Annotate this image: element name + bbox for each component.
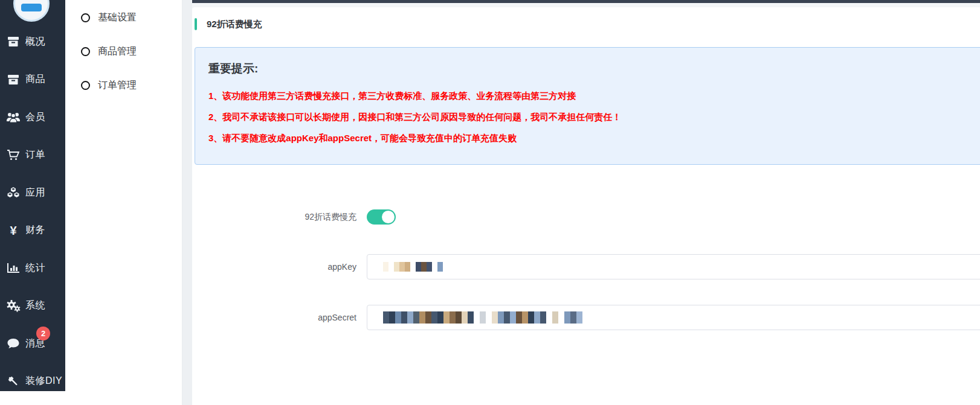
appsecret-label: appSecret <box>195 313 356 322</box>
primary-nav: 概况 商品 会员 订单 <box>0 23 65 391</box>
appkey-input[interactable] <box>367 254 980 279</box>
sidebar-item-label: 财务 <box>25 224 45 237</box>
sidebar-item-apps[interactable]: 应用 <box>0 174 65 212</box>
submenu-item-product-management[interactable]: 商品管理 <box>65 41 182 62</box>
gavel-icon <box>5 375 21 388</box>
card-header: 92折话费慢充 <box>195 16 980 33</box>
sidebar-item-orders[interactable]: 订单 <box>0 136 65 174</box>
message-count-badge: 2 <box>36 327 50 340</box>
sidebar-item-decorate-diy[interactable]: 装修DIY <box>0 363 65 392</box>
yen-icon: ¥ <box>5 224 21 237</box>
appkey-redacted-value <box>383 262 443 272</box>
feature-toggle[interactable] <box>367 209 396 225</box>
page-title: 92折话费慢充 <box>207 19 262 30</box>
sidebar-item-label: 订单 <box>25 148 45 161</box>
sidebar-item-overview[interactable]: 概况 <box>0 23 65 61</box>
sidebar-item-label: 应用 <box>25 187 45 199</box>
important-notice-box: 重要提示: 1、该功能使用第三方话费慢充接口，第三方收费标准、服务政策、业务流程… <box>195 47 980 165</box>
appsecret-input[interactable] <box>367 305 980 330</box>
sidebar-item-label: 概况 <box>25 36 45 48</box>
sidebar-item-products[interactable]: 商品 <box>0 61 65 99</box>
archive-icon <box>5 35 21 48</box>
title-accent-bar <box>195 18 197 30</box>
submenu-item-label: 基础设置 <box>98 11 137 24</box>
admin-app: 概况 商品 会员 订单 <box>0 0 980 405</box>
settings-card: 92折话费慢充 重要提示: 1、该功能使用第三方话费慢充接口，第三方收费标准、服… <box>192 7 980 405</box>
appsecret-row: appSecret <box>195 305 980 330</box>
radio-circle-icon <box>81 47 90 56</box>
main-content: 92折话费慢充 重要提示: 1、该功能使用第三方话费慢充接口，第三方收费标准、服… <box>192 0 980 405</box>
sidebar-item-label: 会员 <box>25 111 45 124</box>
submenu-item-label: 商品管理 <box>98 45 137 58</box>
feature-toggle-row: 92折话费慢充 <box>195 209 980 225</box>
sidebar-item-system[interactable]: 系统 <box>0 287 65 325</box>
gears-icon <box>5 299 21 313</box>
notice-title: 重要提示: <box>208 61 977 77</box>
sidebar-item-label: 系统 <box>25 299 45 312</box>
submenu-item-label: 订单管理 <box>98 79 137 92</box>
users-icon <box>5 110 21 124</box>
sidebar-item-label: 统计 <box>25 262 45 275</box>
sidebar-item-label: 商品 <box>25 73 45 86</box>
submenu-item-order-management[interactable]: 订单管理 <box>65 75 182 95</box>
radio-circle-icon <box>81 13 90 22</box>
sidebar-item-finance[interactable]: ¥ 财务 <box>0 212 65 250</box>
feature-toggle-label: 92折话费慢充 <box>195 212 356 223</box>
primary-sidebar: 概况 商品 会员 订单 <box>0 0 65 391</box>
comment-icon <box>5 337 21 350</box>
cart-icon <box>5 148 21 162</box>
toggle-knob <box>382 211 395 223</box>
sidebar-item-label: 装修DIY <box>25 375 62 387</box>
settings-form: 92折话费慢充 appKey a <box>195 209 980 330</box>
sidebar-item-members[interactable]: 会员 <box>0 98 65 136</box>
appsecret-redacted-value <box>383 311 582 324</box>
appkey-row: appKey <box>195 254 980 279</box>
cubes-icon <box>5 186 21 199</box>
app-logo[interactable] <box>13 0 50 22</box>
notice-line-3: 3、请不要随意改成appKey和appSecret，可能会导致充值中的订单充值失… <box>208 127 977 148</box>
secondary-sidebar: 基础设置 商品管理 订单管理 <box>65 0 182 405</box>
sidebar-item-statistics[interactable]: 统计 <box>0 249 65 287</box>
archive-icon <box>5 73 21 86</box>
sidebar-item-messages[interactable]: 消息 2 <box>0 325 65 363</box>
panel-divider <box>182 0 192 405</box>
radio-circle-icon <box>81 81 90 90</box>
logo-mark <box>21 4 42 11</box>
top-bar <box>192 0 980 3</box>
notice-line-1: 1、该功能使用第三方话费慢充接口，第三方收费标准、服务政策、业务流程等由第三方对… <box>208 85 977 106</box>
notice-line-2: 2、我司不承诺该接口可以长期使用，因接口和第三方公司原因导致的任何问题，我司不承… <box>208 106 977 127</box>
bar-chart-icon <box>5 261 21 275</box>
appkey-label: appKey <box>195 262 356 272</box>
submenu-item-basic-settings[interactable]: 基础设置 <box>65 7 182 28</box>
